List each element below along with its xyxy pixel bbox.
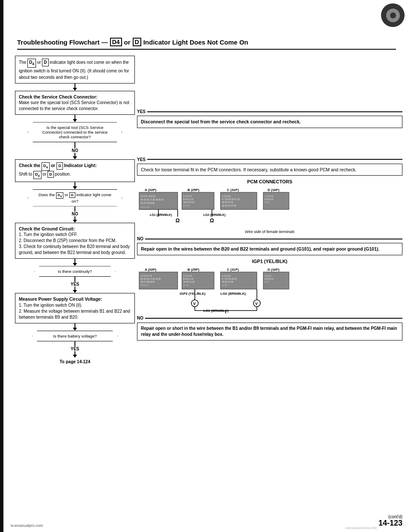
d4-inline: D4 <box>27 59 36 68</box>
svg-text:V: V <box>255 302 258 306</box>
repair-ground-box: Repair open in the wires between the B20… <box>137 243 402 255</box>
svg-text:1 2 3 4 5: 1 2 3 4 5 <box>265 195 273 197</box>
page-title-end: Indicator Light Does Not Come On <box>143 39 248 46</box>
svg-text:IGP2 (YEL/BLK): IGP2 (YEL/BLK) <box>180 292 206 296</box>
vline-4 <box>74 182 75 186</box>
svg-text:8 9 10 11: 8 9 10 11 <box>265 198 274 200</box>
arrow-2 <box>73 119 77 122</box>
svg-text:14 15 16 17 18 19 20 21: 14 15 16 17 18 19 20 21 <box>140 198 164 201</box>
yes-label-3: YES <box>15 282 135 287</box>
diamond4-container: Is there battery voltage? <box>15 331 135 341</box>
svg-text:1 2 3 4 5: 1 2 3 4 5 <box>183 275 192 277</box>
svg-text:LG2 (BRN/BLK): LG2 (BRN/BLK) <box>203 213 226 217</box>
svg-text:1 2 3 4: 1 2 3 4 <box>265 275 271 277</box>
vline-8 <box>74 323 75 328</box>
diamond3-container: Is there continuity? <box>15 266 135 277</box>
power-supply-title: Measure Power Supply Circuit Voltage: <box>19 296 131 302</box>
d4-box: D4 <box>110 38 122 46</box>
repair-relay-box: Repair open or short in the wire between… <box>137 323 402 341</box>
pcm-section: PCM CONNECTORS A (32P) B (25P) C (31P) D… <box>137 179 402 255</box>
svg-text:8 9 10 11: 8 9 10 11 <box>265 278 274 280</box>
logo-inner <box>386 9 400 22</box>
svg-text:A (32P): A (32P) <box>145 188 157 192</box>
indicator-check-text: Shift to D4 or D position. <box>19 171 131 179</box>
ground-circuit-title: Check the Ground Circuit: <box>19 226 131 232</box>
svg-text:29 30 31 14 15: 29 30 31 14 15 <box>222 204 236 207</box>
svg-text:3 4 5 6 7 8 9 10: 3 4 5 6 7 8 9 10 <box>140 195 155 197</box>
svg-text:D (16P): D (16P) <box>268 268 280 272</box>
hline-no3 <box>145 239 402 239</box>
footer-website: w.emanualpro.com <box>11 523 43 528</box>
disconnect-box: Disconnect the special tool from the ser… <box>137 116 402 128</box>
yes-label-2: YES <box>137 157 146 162</box>
arrow-5 <box>73 220 77 223</box>
vline-7 <box>74 277 75 282</box>
svg-text:25 26 27 28: 25 26 27 28 <box>222 201 233 203</box>
no-label-1: NO <box>15 148 135 153</box>
d-inline: D <box>42 59 48 66</box>
svg-text:D (16P): D (16P) <box>268 188 280 192</box>
svg-text:/ / / /: / / / / <box>265 281 269 283</box>
diamond2-container: Does the D4 or D indicator light come on… <box>15 189 135 206</box>
igp1-title: IGP1 (YEL/BLK) <box>137 259 402 264</box>
page-number: 14-123 <box>378 519 402 528</box>
svg-text:6 7 18 19 20 21 22: 6 7 18 19 20 21 22 <box>222 198 240 200</box>
logo-icon <box>381 3 405 27</box>
power-step1: 1. Turn the ignition switch ON (II). <box>19 302 131 308</box>
svg-text:/ 3 4 5 6 7 8: / 3 4 5 6 7 8 <box>140 275 152 277</box>
svg-text:19 20 21 22: 19 20 21 22 <box>183 201 195 203</box>
diamond1-branches <box>15 142 135 148</box>
left-accent <box>0 0 3 532</box>
repair-ground-text: Repair open in the wires between the B20… <box>141 246 399 252</box>
vline-5b <box>74 216 75 220</box>
hline-no4 <box>145 318 402 319</box>
svg-text:/ / / / / / / /: / / / / / / / / <box>140 206 149 209</box>
svg-text:1 2 13 14: 1 2 13 14 <box>222 195 231 197</box>
arrow-1 <box>73 88 77 91</box>
diamond-2: Does the D4 or D indicator light come on… <box>28 189 122 206</box>
right-area: YES Disconnect the special tool from the… <box>137 56 402 364</box>
ground-step3: 3. Check for continuity between the B20 … <box>19 244 131 256</box>
pcm-check-text: Check for loose terminal fit in the PCM … <box>141 167 399 173</box>
vline-9 <box>74 341 75 347</box>
service-check-box: Check the Service Check Connector: Make … <box>15 91 135 115</box>
vline-5 <box>74 206 75 212</box>
arrow-9 <box>73 355 77 358</box>
svg-text:/ / / / / /: / / / / / / <box>183 204 190 207</box>
hline-yes1 <box>147 111 402 112</box>
disconnect-title: Disconnect the special tool from the ser… <box>141 119 399 125</box>
power-supply-box: Measure Power Supply Circuit Voltage: 1.… <box>15 293 135 323</box>
vline-3b <box>74 153 75 156</box>
svg-text:LG2 (BRN/BLK): LG2 (BRN/BLK) <box>220 292 246 296</box>
service-check-text: Make sure the special tool (SCS Service … <box>19 100 131 112</box>
power-step2: 2. Measure the voltage between terminals… <box>19 308 131 320</box>
yes-label-1: YES <box>137 109 146 114</box>
d-box: D <box>133 38 141 46</box>
no-label-3: NO <box>137 236 143 241</box>
svg-text:14 15 16 17 18 19 20: 14 15 16 17 18 19 20 <box>140 278 161 280</box>
yes-connector-1: YES <box>137 109 402 114</box>
svg-text:B (25P): B (25P) <box>188 268 200 272</box>
svg-text:1 2 13 14: 1 2 13 14 <box>222 275 231 277</box>
igp-section: IGP1 (YEL/BLK) A (32P) B (25P) C (31P) D… <box>137 259 402 341</box>
logo-area <box>381 3 407 27</box>
svg-text:19 20 21 22: 19 20 21 22 <box>183 281 195 283</box>
ground-circuit-box: Check the Ground Circuit: 1. Turn the ig… <box>15 223 135 259</box>
diamond-3: Is there continuity? <box>34 266 116 277</box>
watermark: carmanualonline.info <box>345 526 377 530</box>
svg-text:9 10 11 12: 9 10 11 12 <box>183 198 194 200</box>
indicator-check-box: Check the D4 or D Indicator Light: Shift… <box>15 159 135 182</box>
svg-text:C (31P): C (31P) <box>227 188 239 192</box>
vline-9b <box>74 351 75 355</box>
intro-text: The D4 or D indicator light does not com… <box>19 60 129 80</box>
svg-text:/ / / / /: / / / / / <box>222 284 227 287</box>
indicator-check-title: Check the D4 or D Indicator Light: <box>19 162 131 170</box>
vline-7b <box>74 287 75 290</box>
diamond-4: Is there battery voltage? <box>32 331 118 341</box>
vline-2 <box>74 115 75 119</box>
ground-step2: 2. Disconnect the B (25P) connector from… <box>19 238 131 244</box>
intro-box: The D4 or D indicator light does not com… <box>15 56 135 84</box>
page-title-start: Troubleshooting Flowchart — <box>17 39 108 46</box>
wire-side-label: Wire side of female terminals <box>137 230 402 234</box>
svg-text:/ / / / / / /: / / / / / / / <box>140 284 149 287</box>
